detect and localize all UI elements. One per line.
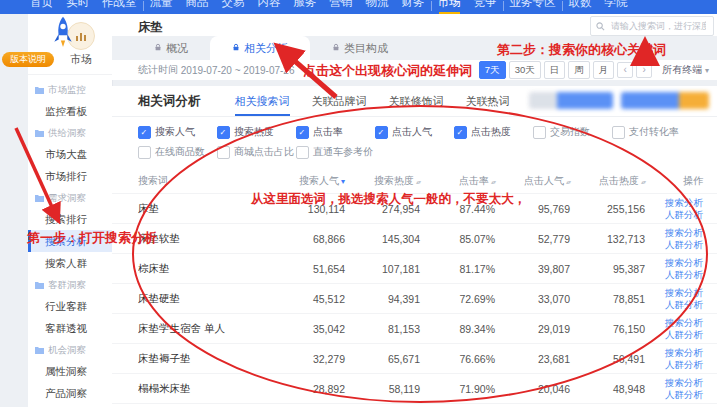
folder-icon: [35, 128, 44, 139]
value-cell: 81.17%: [420, 263, 495, 275]
value-cell: 56,491: [570, 353, 645, 365]
value-cell: 71.90%: [420, 383, 495, 395]
crowd-analysis-link[interactable]: 人群分析: [645, 209, 703, 221]
checkbox-unchecked-icon: [296, 146, 309, 159]
nav-item-competition[interactable]: 竞争: [474, 0, 497, 14]
blurred-button-group-1[interactable]: [529, 92, 613, 109]
nav-item-market[interactable]: 市场: [438, 0, 461, 14]
value-cell: 29,019: [495, 323, 570, 335]
nav-item-data[interactable]: 取数: [569, 0, 592, 14]
sidebar-item-market-overview[interactable]: 市场大盘: [28, 143, 112, 165]
stat-time-range: 2019-07-20 ~ 2019-07-26: [181, 65, 295, 76]
metric-trade-index[interactable]: 交易指数: [533, 125, 612, 139]
blurred-button-group-2[interactable]: [621, 92, 709, 109]
sidebar-item-product-insight[interactable]: 产品洞察: [28, 382, 112, 404]
metric-click-heat[interactable]: 点击热度: [454, 125, 533, 139]
stat-time-row: 统计时间 2019-07-20 ~ 2019-07-26 7天 30天 日 周 …: [112, 60, 717, 80]
metric-pay-conversion[interactable]: 支付转化率: [612, 125, 691, 139]
col-click-heat[interactable]: 点击热度: [570, 174, 645, 188]
rocket-icon[interactable]: [50, 15, 76, 55]
metric-mall-click-share[interactable]: 商城点击占比: [217, 145, 296, 159]
folder-icon: [35, 193, 44, 204]
keyword-cell: 床垫硬垫: [138, 292, 270, 306]
crowd-analysis-link[interactable]: 人群分析: [645, 239, 703, 251]
nav-item-academy[interactable]: 学院: [605, 0, 628, 14]
metric-search-heat[interactable]: 搜索热度: [217, 125, 296, 139]
date-week-button[interactable]: 周: [568, 61, 590, 79]
folder-icon: [35, 345, 44, 356]
sidebar-item-search-crowd[interactable]: 搜索人群: [28, 252, 112, 274]
nav-item-trade[interactable]: 交易: [222, 0, 245, 14]
prev-period-button[interactable]: ‹: [617, 62, 633, 78]
search-analysis-link[interactable]: 搜索分析: [645, 197, 703, 209]
crowd-analysis-link[interactable]: 人群分析: [645, 269, 703, 281]
col-click-popularity[interactable]: 点击人气: [495, 174, 570, 188]
nav-item-bizzone[interactable]: 业务专区: [510, 0, 556, 14]
search-analysis-link[interactable]: 搜索分析: [645, 227, 703, 239]
nav-item-warroom[interactable]: 作战室: [102, 0, 137, 14]
crowd-analysis-link[interactable]: 人群分析: [645, 299, 703, 311]
folder-icon: [35, 85, 44, 96]
date-month-button[interactable]: 月: [593, 61, 615, 79]
col-keyword: 搜索词: [138, 174, 270, 188]
tab-related-analysis[interactable]: 相关分析: [210, 36, 310, 60]
metric-online-products[interactable]: 在线商品数: [138, 145, 217, 159]
value-cell: 95,387: [570, 263, 645, 275]
search-analysis-link[interactable]: 搜索分析: [645, 317, 703, 329]
version-notes-badge[interactable]: 版本说明: [2, 52, 54, 67]
sidebar-item-search-analysis[interactable]: 搜索分析: [28, 230, 112, 252]
metric-click-popularity[interactable]: 点击人气: [375, 125, 454, 139]
crowd-analysis-link[interactable]: 人群分析: [645, 359, 703, 371]
date-7d-button[interactable]: 7天: [479, 61, 506, 79]
crowd-analysis-link[interactable]: 人群分析: [645, 329, 703, 341]
nav-item-traffic[interactable]: 流量: [150, 0, 173, 14]
subtab-modifier-words[interactable]: 关联修饰词: [389, 86, 444, 116]
subtab-related-search-words[interactable]: 相关搜索词: [235, 86, 290, 116]
terminal-filter-dropdown[interactable]: 所有终端 ▾: [662, 63, 709, 77]
nav-item-home[interactable]: 首页: [30, 0, 53, 14]
sidebar-item-search-ranking[interactable]: 搜索排行: [28, 208, 112, 230]
sidebar-item-crowd-perspective[interactable]: 客群透视: [28, 317, 112, 339]
search-analysis-link[interactable]: 搜索分析: [645, 377, 703, 389]
col-search-popularity[interactable]: 搜索人气: [270, 174, 345, 188]
nav-item-logistics[interactable]: 物流: [366, 0, 389, 14]
nav-item-marketing[interactable]: 营销: [330, 0, 353, 14]
sidebar-item-market-ranking[interactable]: 市场排行: [28, 165, 112, 187]
table-row: 床垫硬垫 45,512 94,391 72.69% 33,070 78,851 …: [112, 283, 717, 313]
value-cell: 51,654: [270, 263, 345, 275]
metric-ztc-ref-price[interactable]: 直通车参考价: [296, 145, 375, 159]
value-cell: 130,114: [270, 203, 345, 215]
search-analysis-link[interactable]: 搜索分析: [645, 287, 703, 299]
col-ctr[interactable]: 点击率: [420, 174, 495, 188]
metric-search-popularity[interactable]: 搜索人气: [138, 125, 217, 139]
next-period-button[interactable]: ›: [636, 62, 652, 78]
stat-time-label: 统计时间: [138, 63, 178, 77]
search-input[interactable]: [609, 20, 708, 32]
tab-category-composition[interactable]: 类目构成: [310, 36, 410, 60]
nav-item-content[interactable]: 内容: [258, 0, 281, 14]
nav-item-realtime[interactable]: 实时: [66, 0, 89, 14]
deep-search-box[interactable]: [590, 16, 714, 36]
nav-item-service[interactable]: 服务: [294, 0, 317, 14]
metric-ctr[interactable]: 点击率: [296, 125, 375, 139]
nav-item-goods[interactable]: 商品: [186, 0, 209, 14]
nav-item-finance[interactable]: 财务: [402, 0, 425, 14]
search-analysis-link[interactable]: 搜索分析: [645, 257, 703, 269]
date-30d-button[interactable]: 30天: [509, 61, 541, 79]
keyword-cell: 床垫软垫: [138, 232, 270, 246]
value-cell: 78,851: [570, 293, 645, 305]
date-day-button[interactable]: 日: [544, 61, 566, 79]
subtab-brand-words[interactable]: 关联品牌词: [312, 86, 367, 116]
sidebar-item-industry-crowd[interactable]: 行业客群: [28, 295, 112, 317]
checkbox-checked-icon: [375, 126, 388, 139]
sidebar-item-monitor-board[interactable]: 监控看板: [28, 100, 112, 122]
table-row: 床垫 130,114 274,954 87.44% 95,769 255,156…: [112, 193, 717, 223]
col-search-heat[interactable]: 搜索热度: [345, 174, 420, 188]
search-analysis-link[interactable]: 搜索分析: [645, 347, 703, 359]
subtab-hot-words[interactable]: 关联热词: [466, 86, 510, 116]
value-cell: 255,156: [570, 203, 645, 215]
crowd-analysis-link[interactable]: 人群分析: [645, 389, 703, 401]
checkbox-checked-icon: [138, 126, 151, 139]
sidebar-item-attribute-insight[interactable]: 属性洞察: [28, 360, 112, 382]
tab-overview[interactable]: 概况: [132, 36, 210, 60]
